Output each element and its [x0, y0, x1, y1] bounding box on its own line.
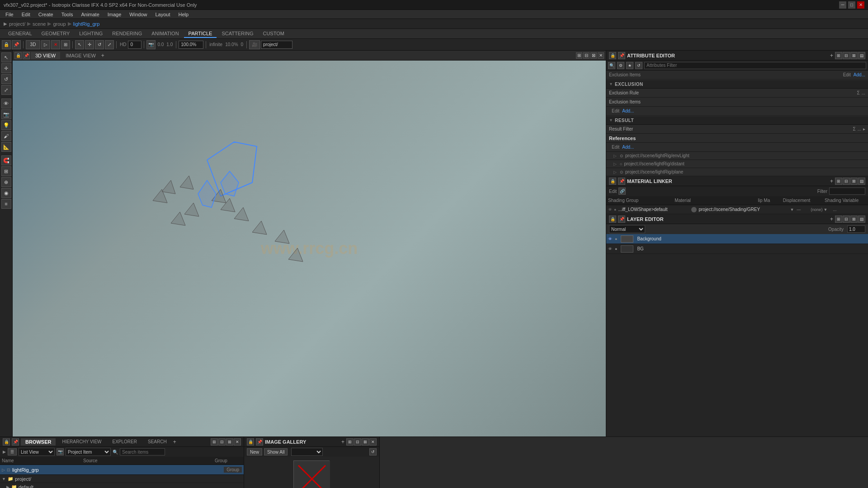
browser-view-mode[interactable]: List View [19, 448, 55, 456]
gallery-view-3[interactable]: ⊠ [362, 438, 369, 446]
tab-particle[interactable]: PARTICLE [184, 30, 217, 38]
browser-add-tab[interactable]: + [173, 439, 176, 445]
ml-view-3[interactable]: ⊠ [850, 178, 858, 185]
browser-camera-btn[interactable]: 📷 [57, 448, 64, 455]
le-view-4[interactable]: ▤ [858, 216, 865, 223]
viewport-pin[interactable]: 📌 [23, 52, 30, 59]
browser-view-1[interactable]: ⊞ [211, 438, 218, 446]
menu-window[interactable]: Window [126, 11, 151, 18]
tab-rendering[interactable]: RENDERING [108, 30, 146, 38]
gallery-view-2[interactable]: ⊟ [354, 438, 361, 446]
menu-create[interactable]: Create [35, 11, 57, 18]
breadcrumb-lightrig[interactable]: lightRig_grp [73, 21, 100, 27]
browser-search-input[interactable] [120, 448, 165, 455]
exclusion-arrow[interactable]: ▼ [609, 82, 613, 86]
minimize-button[interactable]: ─ [839, 1, 846, 9]
toolbar-hd-input[interactable] [128, 41, 142, 49]
ml-pin[interactable]: 📌 [618, 178, 625, 185]
le-layer-bg[interactable]: 👁 ● BG [606, 244, 868, 254]
attr-add-tab[interactable]: + [830, 52, 833, 59]
browser-expand[interactable]: ▶ [3, 450, 6, 454]
tab-image-view[interactable]: IMAGE VIEW [61, 52, 100, 59]
ml-add-tab[interactable]: + [830, 178, 833, 184]
close-button[interactable]: ✕ [857, 1, 864, 9]
tree-default[interactable]: ▶ 📁 default [0, 483, 244, 488]
gallery-refresh[interactable]: ↺ [369, 448, 377, 455]
viewport-grid-3[interactable]: ⊠ [590, 52, 597, 59]
tab-browser[interactable]: BROWSER [21, 438, 56, 446]
viewport-canvas[interactable]: www.rrcg.cn [13, 61, 606, 436]
tab-3d-view[interactable]: 3D VIEW [31, 52, 60, 59]
viewport-grid-2[interactable]: ⊟ [583, 52, 590, 59]
toolbar-zoom-input[interactable] [179, 41, 203, 49]
gallery-item-1[interactable]: ...ject://scene/GREY [291, 460, 332, 488]
le-layer-background[interactable]: 👁 ● Background [606, 234, 868, 244]
tool-cam[interactable]: 📷 [1, 109, 11, 119]
gallery-show-all[interactable]: Show All [264, 448, 288, 455]
toolbar-project-input[interactable] [261, 41, 292, 49]
browser-list-icon[interactable]: ☰ [8, 448, 17, 455]
toolbar-select[interactable]: ↖ [75, 40, 84, 49]
exclusion-items-edit[interactable]: Edit [843, 72, 851, 77]
references-edit[interactable]: Edit [612, 145, 619, 150]
le-eye-bg[interactable]: 👁 [608, 237, 612, 241]
toolbar-cam2[interactable]: 🎥 [249, 40, 260, 49]
menu-help[interactable]: Help [175, 11, 193, 18]
tab-explorer[interactable]: EXPLORER [108, 438, 142, 445]
viewport-lock[interactable]: 🔒 [14, 52, 22, 59]
browser-selected-item[interactable]: ▷ ⊡ lightRig_grp Group [0, 465, 244, 475]
menu-file[interactable]: File [2, 11, 17, 18]
exclusion-items-add[interactable]: Add... [854, 72, 865, 77]
tab-hierarchy[interactable]: HIERARCHY VIEW [57, 438, 106, 445]
attr-view-2[interactable]: ⊟ [843, 52, 850, 59]
browser-pin[interactable]: 📌 [12, 438, 19, 446]
toolbar-btn-4[interactable]: ⊞ [61, 40, 70, 49]
tab-general[interactable]: GENERAL [4, 30, 37, 38]
le-eye-bg2[interactable]: 👁 [608, 247, 612, 251]
ml-eye-1[interactable]: 👁 [608, 207, 612, 212]
gallery-thumb-1[interactable] [293, 460, 330, 488]
toolbar-btn-3[interactable]: ✕ [51, 40, 60, 49]
gallery-add-tab[interactable]: + [341, 439, 344, 445]
le-view-1[interactable]: ⊞ [835, 216, 842, 223]
ml-filter-input[interactable] [829, 188, 865, 195]
tab-custom[interactable]: CUSTOM [258, 30, 288, 38]
tool-rotate[interactable]: ↺ [1, 74, 11, 84]
ml-lock[interactable]: 🔒 [609, 178, 616, 185]
browser-view-2[interactable]: ⊟ [218, 438, 226, 446]
tool-measure[interactable]: 📐 [1, 142, 11, 152]
tool-select[interactable]: ↖ [1, 52, 11, 62]
attr-bookmark[interactable]: ★ [626, 62, 633, 69]
toolbar-btn-1[interactable]: 3D [26, 40, 40, 49]
gallery-view-1[interactable]: ⊞ [346, 438, 354, 446]
tab-geometry[interactable]: GEOMETRY [37, 30, 75, 38]
gallery-filter[interactable] [291, 448, 323, 456]
tab-scattering[interactable]: SCATTERING [217, 30, 258, 38]
attr-settings[interactable]: ⚙ [617, 62, 624, 69]
exclusion-edit[interactable]: Edit [612, 108, 619, 113]
ml-edit[interactable]: Edit [609, 189, 617, 194]
result-arrow[interactable]: ▼ [609, 118, 613, 122]
ml-view-2[interactable]: ⊟ [843, 178, 850, 185]
menu-edit[interactable]: Edit [18, 11, 34, 18]
tool-extra1[interactable]: ◉ [1, 188, 11, 198]
toolbar-rotate[interactable]: ↺ [95, 40, 104, 49]
tool-magnet[interactable]: 🧲 [1, 155, 11, 165]
viewport-grid-1[interactable]: ⊞ [576, 52, 582, 59]
viewport-close[interactable]: ✕ [598, 52, 604, 59]
tool-view[interactable]: 👁 [1, 99, 11, 108]
menu-image[interactable]: Image [104, 11, 125, 18]
tool-target[interactable]: ⊕ [1, 177, 11, 187]
ml-row-1[interactable]: 👁 ● ...iff_LOWShape>default project://sc… [606, 205, 868, 214]
menu-tools[interactable]: Tools [58, 11, 77, 18]
toolbar-move[interactable]: ✛ [85, 40, 94, 49]
tab-lighting[interactable]: LIGHTING [75, 30, 107, 38]
toolbar-pin[interactable]: 📌 [12, 40, 21, 49]
le-blend-mode[interactable]: Normal [609, 225, 645, 233]
tree-project[interactable]: ▼ 📁 project/ [0, 475, 244, 483]
le-lock[interactable]: 🔒 [609, 216, 616, 223]
tool-extra2[interactable]: ≡ [1, 199, 11, 209]
toolbar-scale[interactable]: ⤢ [105, 40, 114, 49]
tool-scale[interactable]: ⤢ [1, 85, 11, 95]
ml-view-4[interactable]: ▤ [858, 178, 865, 185]
